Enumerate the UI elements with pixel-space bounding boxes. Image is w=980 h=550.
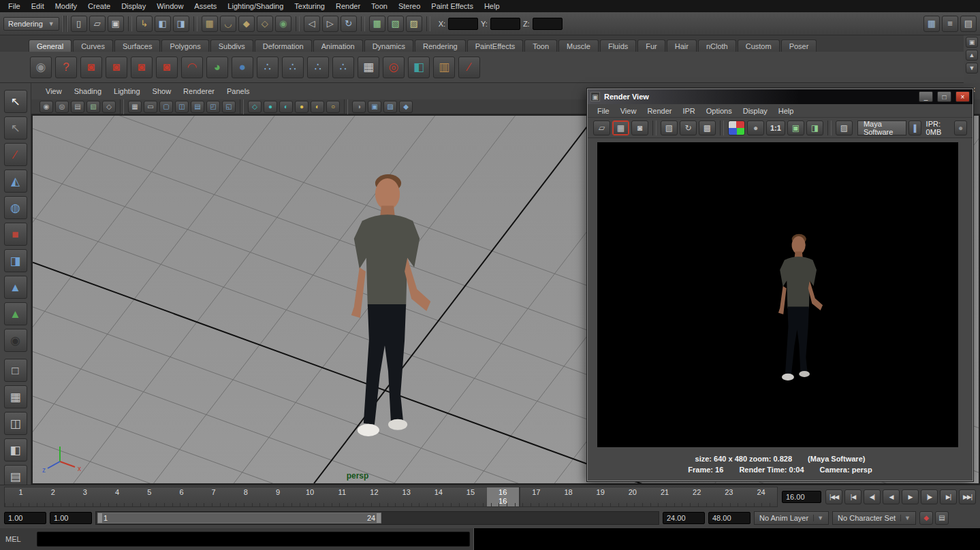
gate-mask-icon[interactable]: ◫ [175, 101, 189, 113]
timeline-frame-6[interactable]: 6 [165, 487, 197, 506]
menu-render[interactable]: Render [330, 2, 366, 10]
menu-file[interactable]: File [3, 2, 26, 10]
shelf-tab-curves[interactable]: Curves [73, 39, 113, 52]
animation-preferences-icon[interactable]: ▤ [935, 511, 949, 525]
menu-stereo[interactable]: Stereo [393, 2, 426, 10]
lasso-select-tool[interactable]: ↖ [4, 116, 27, 140]
use-all-lights-icon[interactable]: ● [295, 101, 309, 113]
menu-modify[interactable]: Modify [50, 2, 82, 10]
step-forward-key-button[interactable]: |▶ [921, 489, 938, 504]
timeline-frame-5[interactable]: 5 [133, 487, 165, 506]
play-backwards-button[interactable]: ◀ [883, 489, 900, 504]
menu-edit[interactable]: Edit [26, 2, 50, 10]
shelf-tab-dynamics[interactable]: Dynamics [364, 39, 413, 52]
alpha-channel-icon[interactable]: ● [747, 120, 764, 135]
menu-create[interactable]: Create [82, 2, 116, 10]
character-set-dropdown[interactable]: No Character Set ▼ [832, 511, 916, 525]
panel-layout-icon[interactable]: ▦ [923, 16, 940, 32]
shelf-tab-custom[interactable]: Custom [738, 39, 780, 52]
panel-menu-panels[interactable]: Panels [221, 87, 256, 95]
resolution-gate-icon[interactable]: ▢ [159, 101, 173, 113]
camera-icon-4[interactable]: ◙ [156, 56, 178, 78]
shelf-tab-surfaces[interactable]: Surfaces [114, 39, 160, 52]
paint-select-tool[interactable]: ∕ [4, 143, 27, 166]
go-to-start-button[interactable]: |◀◀ [825, 489, 842, 504]
output-connections-icon[interactable]: ▷ [322, 16, 338, 32]
render-view-menu-file[interactable]: File [592, 107, 615, 115]
menu-help[interactable]: Help [479, 2, 505, 10]
move-tool[interactable]: ▲ [4, 276, 27, 299]
safe-title-icon[interactable]: ◱ [222, 101, 236, 113]
timeline-frame-24[interactable]: 24 [745, 487, 777, 506]
shelf-tab-toon[interactable]: Toon [524, 39, 557, 52]
film-gate-icon[interactable]: ▭ [144, 101, 157, 113]
menu-assets[interactable]: Assets [189, 2, 222, 10]
rotate-tool[interactable]: ◍ [4, 196, 27, 219]
timeline-ticks[interactable]: 1234567891011121314151616171819202122232… [4, 487, 778, 507]
timeline-frame-18[interactable]: 18 [552, 487, 584, 506]
sphere-icon[interactable]: ● [232, 56, 253, 78]
save-scene-icon[interactable]: ▣ [108, 16, 124, 32]
z-input[interactable] [533, 18, 563, 30]
shelf-scroll-down-icon[interactable]: ▼ [966, 63, 978, 74]
rendered-image[interactable] [597, 142, 958, 447]
one-to-one-button[interactable]: 1:1 [766, 120, 785, 135]
shadows-icon[interactable]: ◑ [352, 101, 366, 113]
timeline-frame-10[interactable]: 10 [294, 487, 326, 506]
render-settings-icon[interactable]: ▨ [836, 120, 853, 135]
field-chart-icon[interactable]: ▤ [191, 101, 204, 113]
menu-toon[interactable]: Toon [366, 2, 393, 10]
select-by-component-icon[interactable]: ◨ [173, 16, 189, 32]
command-line-input[interactable] [37, 532, 470, 547]
close-button[interactable]: × [955, 91, 970, 102]
range-start-handle[interactable] [98, 513, 102, 523]
ipr-render-icon[interactable]: ▧ [388, 16, 404, 32]
timeline-frame-7[interactable]: 7 [197, 487, 230, 506]
list-operations-icon[interactable]: ≡ [942, 16, 958, 32]
x-input[interactable] [448, 18, 478, 30]
camera-lock-icon[interactable]: ◎ [55, 101, 69, 113]
knife-icon[interactable]: ∕ [458, 56, 480, 78]
pin-icon[interactable]: ◎ [383, 56, 405, 78]
timeline-frame-2[interactable]: 2 [37, 487, 69, 506]
snap-to-view-plane-icon[interactable]: ◇ [257, 16, 273, 32]
shelf-tab-rendering[interactable]: Rendering [415, 39, 466, 52]
timeline-frame-17[interactable]: 17 [520, 487, 552, 506]
layout-single-pane-button[interactable]: □ [4, 359, 27, 382]
timeline-frame-16[interactable]: 1616 [487, 487, 520, 506]
snap-to-point-icon[interactable]: ◆ [238, 16, 255, 32]
shelf-tab-hair[interactable]: Hair [667, 39, 697, 52]
shelf-tab-painteffects[interactable]: PaintEffects [467, 39, 524, 52]
anim-layer-dropdown[interactable]: No Anim Layer ▼ [754, 511, 829, 525]
timeline-frame-3[interactable]: 3 [69, 487, 101, 506]
render-view-window[interactable]: ▣ Render View _ □ × FileViewRenderIPROpt… [587, 88, 973, 481]
new-scene-icon[interactable]: ▯ [71, 16, 87, 32]
timeline-frame-8[interactable]: 8 [230, 487, 262, 506]
snap-to-curve-icon[interactable]: ◡ [220, 16, 236, 32]
shelf-tab-muscle[interactable]: Muscle [558, 39, 599, 52]
panel-menu-shading[interactable]: Shading [68, 87, 108, 95]
go-to-end-button[interactable]: ▶▶| [959, 489, 976, 504]
playback-start-field[interactable]: 1.00 [50, 512, 92, 524]
help-icon[interactable]: ? [55, 56, 77, 78]
range-slider-track[interactable]: 1 24 [95, 511, 659, 525]
render-view-menu-view[interactable]: View [615, 107, 642, 115]
shelf-tab-fluids[interactable]: Fluids [600, 39, 636, 52]
open-image-icon[interactable]: ▱ [593, 120, 610, 135]
snap-to-grid-icon[interactable]: ▦ [202, 16, 218, 32]
two-d-pan-zoom-icon[interactable]: ◇ [102, 101, 116, 113]
timeline-frame-9[interactable]: 9 [262, 487, 294, 506]
film-reel-icon[interactable]: ◉ [30, 56, 52, 78]
xray-icon[interactable]: ▨ [383, 101, 397, 113]
renderer-dropdown[interactable]: Maya Software [857, 120, 906, 135]
y-input[interactable] [490, 18, 520, 30]
render-current-frame-icon[interactable]: ▦ [369, 16, 385, 32]
step-back-key-button[interactable]: ◀| [864, 489, 881, 504]
rgb-channels-icon[interactable] [728, 120, 745, 135]
node-network-icon-3[interactable]: ∴ [307, 56, 329, 78]
auto-keyframe-icon[interactable]: ◆ [919, 511, 933, 525]
redo-previous-render-icon[interactable]: ↻ [680, 120, 697, 135]
ipr-render-icon[interactable]: ▧ [661, 120, 678, 135]
layout-persp-outliner-button[interactable]: ◧ [4, 438, 27, 462]
camera-tool[interactable]: ◉ [4, 329, 27, 352]
